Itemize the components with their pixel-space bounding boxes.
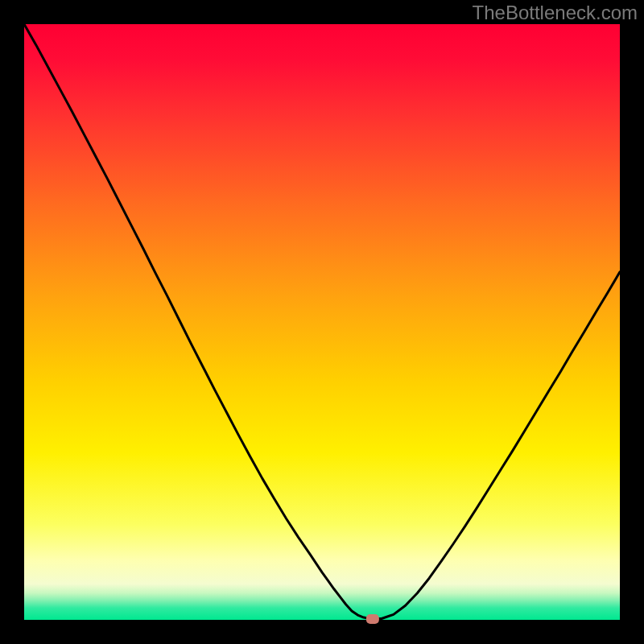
watermark: TheBottleneck.com	[473, 2, 638, 24]
optimal-point-marker	[366, 614, 379, 624]
plot-background	[24, 24, 620, 620]
bottleneck-chart	[0, 0, 644, 644]
